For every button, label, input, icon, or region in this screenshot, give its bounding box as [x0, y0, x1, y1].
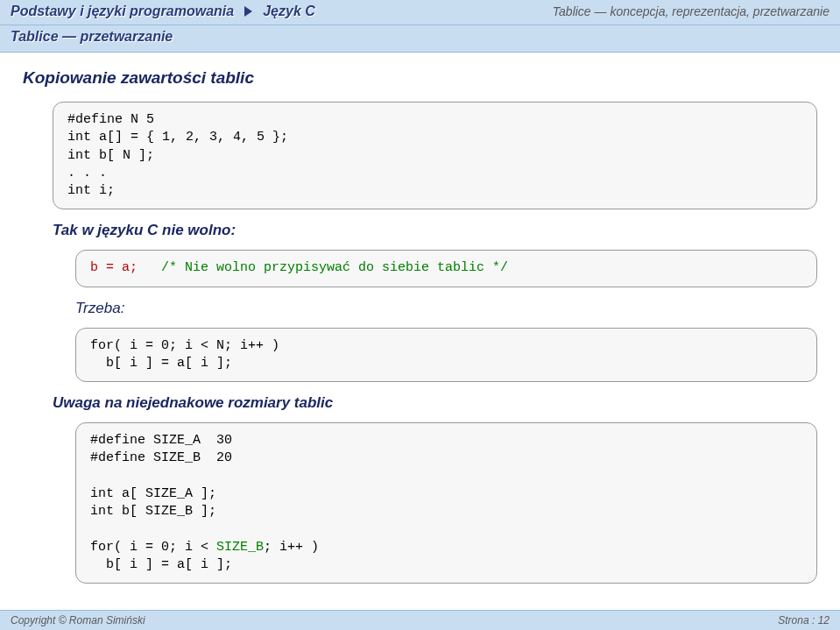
code-line: int a[] = { 1, 2, 3, 4, 5 };: [67, 130, 288, 145]
code-line: int i;: [67, 183, 115, 198]
code-line: #define SIZE_B 20: [90, 450, 232, 465]
content-area: Kopiowanie zawartości tablic #define N 5…: [0, 53, 840, 605]
page-title: Kopiowanie zawartości tablic: [23, 68, 817, 88]
subtitle-3: Uwaga na niejednakowe rozmiary tablic: [53, 394, 817, 412]
code-block-3: for( i = 0; i < N; i++ ) b[ i ] = a[ i ]…: [75, 328, 817, 383]
footer-page: Strona : 12: [778, 614, 829, 626]
code-line: int b[ SIZE_B ];: [90, 504, 216, 519]
header-topic: Tablice — koncepcja, reprezentacja, prze…: [553, 4, 829, 18]
subheader-title: Tablice — przetwarzanie: [11, 29, 173, 44]
breadcrumb: Podstawy i języki programowania Język C: [11, 4, 315, 19]
code-line: b[ i ] = a[ i ];: [90, 356, 232, 371]
code-line: for( i = 0; i < N; i++ ): [90, 338, 279, 353]
code-line: ; i++ ): [264, 540, 319, 555]
code-block-4: #define SIZE_A 30 #define SIZE_B 20 int …: [75, 422, 817, 584]
code-line: int a[ SIZE_A ];: [90, 486, 216, 501]
code-line: for( i = 0; i <: [90, 540, 216, 555]
subtitle-2: Trzeba:: [75, 300, 817, 317]
subheader-bar: Tablice — przetwarzanie: [0, 25, 840, 53]
header-bar: Podstawy i języki programowania Język C …: [0, 0, 840, 25]
subtitle-1: Tak w języku C nie wolno:: [53, 222, 817, 239]
code-block-2: b = a; /* Nie wolno przypisywać do siebi…: [75, 250, 817, 287]
code-line: . . .: [67, 166, 107, 181]
code-line: #define SIZE_A 30: [90, 433, 232, 448]
code-line: b[ i ] = a[ i ];: [90, 557, 232, 572]
breadcrumb-part2: Język C: [263, 4, 315, 19]
code-size-b: SIZE_B: [216, 540, 264, 555]
footer-bar: Copyright © Roman Simiński Strona : 12: [0, 610, 840, 630]
footer-copyright: Copyright © Roman Simiński: [11, 614, 145, 626]
code-red: b = a;: [90, 260, 138, 275]
code-block-1: #define N 5 int a[] = { 1, 2, 3, 4, 5 };…: [53, 102, 817, 209]
code-line: #define N 5: [67, 112, 154, 127]
code-comment: /* Nie wolno przypisywać do siebie tabli…: [161, 260, 508, 275]
code-line: int b[ N ];: [67, 148, 154, 163]
breadcrumb-part1: Podstawy i języki programowania: [11, 4, 234, 19]
breadcrumb-sep-icon: [244, 6, 252, 17]
